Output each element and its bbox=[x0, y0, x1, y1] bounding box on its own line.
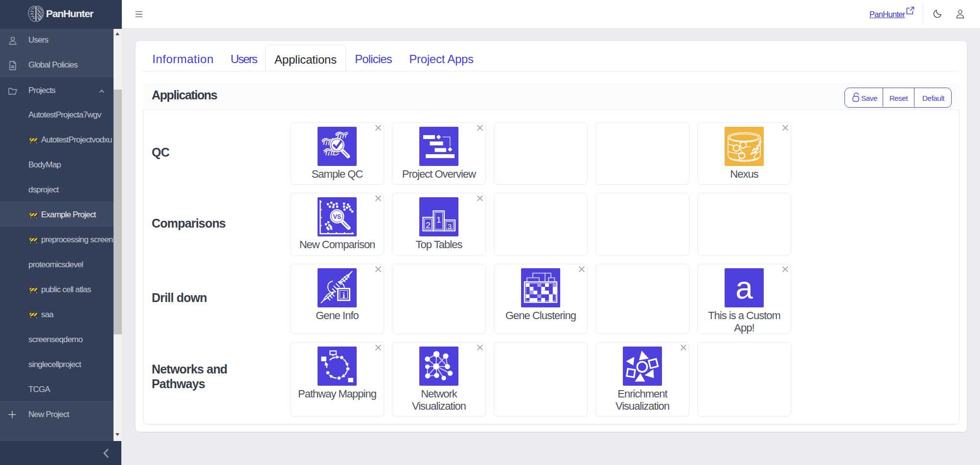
svg-text:i: i bbox=[342, 291, 345, 300]
svg-text:a: a bbox=[735, 270, 753, 305]
svg-text:VS: VS bbox=[333, 213, 342, 220]
svg-text:2: 2 bbox=[426, 221, 430, 230]
svg-text:1: 1 bbox=[436, 215, 441, 225]
svg-text:3: 3 bbox=[448, 222, 452, 231]
